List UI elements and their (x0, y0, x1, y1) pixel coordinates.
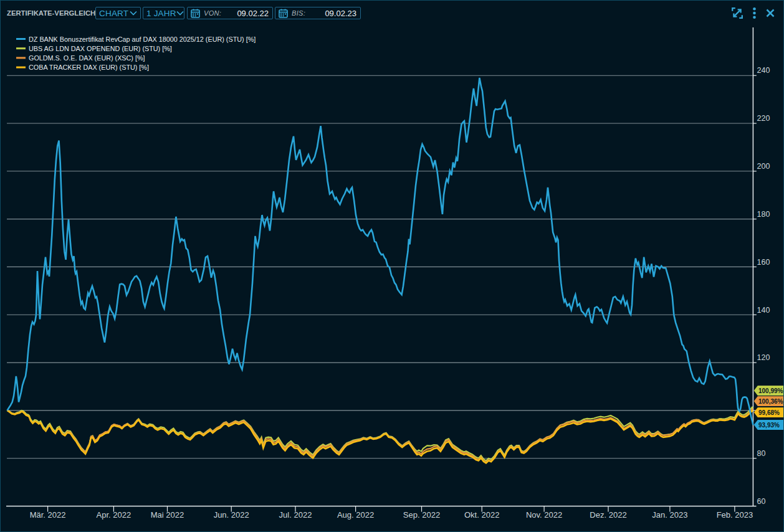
svg-text:100,99%: 100,99% (758, 387, 783, 394)
svg-text:99,68%: 99,68% (758, 409, 780, 416)
svg-text:180: 180 (757, 210, 770, 219)
svg-text:Jun. 2022: Jun. 2022 (214, 510, 249, 520)
svg-text:Okt. 2022: Okt. 2022 (464, 510, 499, 520)
svg-text:Jan. 2023: Jan. 2023 (652, 510, 687, 520)
svg-text:93,93%: 93,93% (758, 422, 780, 429)
svg-text:DZ BANK Bonuszertifikat RevCap: DZ BANK Bonuszertifikat RevCap auf DAX 1… (29, 36, 256, 43)
svg-text:COBA TRACKER DAX (EUR) (STU) [: COBA TRACKER DAX (EUR) (STU) [%] (29, 64, 149, 71)
svg-text:Sep. 2022: Sep. 2022 (403, 510, 440, 520)
svg-text:UBS AG LDN DAX OPENEND (EUR) (: UBS AG LDN DAX OPENEND (EUR) (STU) [%] (29, 45, 172, 52)
svg-text:140: 140 (757, 306, 770, 315)
svg-text:220: 220 (757, 114, 770, 123)
svg-text:100,36%: 100,36% (758, 398, 783, 405)
svg-text:Feb. 2023: Feb. 2023 (717, 510, 753, 520)
svg-text:Dez. 2022: Dez. 2022 (590, 510, 626, 520)
svg-text:GOLDM.S. O.E. DAX (EUR) (XSC): GOLDM.S. O.E. DAX (EUR) (XSC) [%] (29, 54, 145, 62)
svg-text:Jul. 2022: Jul. 2022 (279, 510, 312, 520)
svg-text:80: 80 (757, 449, 766, 458)
svg-text:240: 240 (757, 66, 770, 75)
svg-text:120: 120 (757, 353, 770, 362)
svg-text:Aug. 2022: Aug. 2022 (337, 510, 374, 520)
svg-text:Mai 2022: Mai 2022 (151, 510, 184, 520)
svg-text:60: 60 (757, 497, 766, 506)
svg-text:Apr. 2022: Apr. 2022 (97, 510, 131, 520)
svg-text:160: 160 (757, 258, 770, 267)
svg-text:200: 200 (757, 162, 770, 171)
svg-text:Nov. 2022: Nov. 2022 (526, 510, 562, 520)
svg-text:Mär. 2022: Mär. 2022 (30, 510, 66, 520)
